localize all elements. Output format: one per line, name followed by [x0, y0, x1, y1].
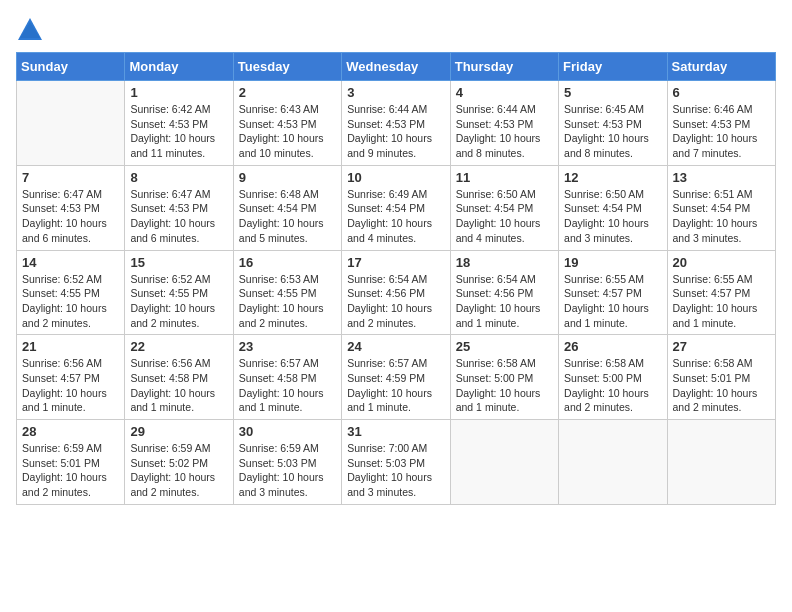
day-number: 17: [347, 255, 444, 270]
day-info: Sunrise: 6:43 AM Sunset: 4:53 PM Dayligh…: [239, 102, 336, 161]
day-number: 27: [673, 339, 770, 354]
calendar-cell: 4Sunrise: 6:44 AM Sunset: 4:53 PM Daylig…: [450, 81, 558, 166]
day-info: Sunrise: 6:56 AM Sunset: 4:57 PM Dayligh…: [22, 356, 119, 415]
day-info: Sunrise: 6:52 AM Sunset: 4:55 PM Dayligh…: [130, 272, 227, 331]
day-info: Sunrise: 6:56 AM Sunset: 4:58 PM Dayligh…: [130, 356, 227, 415]
calendar-header-thursday: Thursday: [450, 53, 558, 81]
calendar-cell: 22Sunrise: 6:56 AM Sunset: 4:58 PM Dayli…: [125, 335, 233, 420]
day-info: Sunrise: 6:44 AM Sunset: 4:53 PM Dayligh…: [347, 102, 444, 161]
calendar-header-saturday: Saturday: [667, 53, 775, 81]
calendar-cell: 13Sunrise: 6:51 AM Sunset: 4:54 PM Dayli…: [667, 165, 775, 250]
day-info: Sunrise: 6:53 AM Sunset: 4:55 PM Dayligh…: [239, 272, 336, 331]
calendar-cell: 23Sunrise: 6:57 AM Sunset: 4:58 PM Dayli…: [233, 335, 341, 420]
day-number: 2: [239, 85, 336, 100]
day-number: 28: [22, 424, 119, 439]
day-info: Sunrise: 6:58 AM Sunset: 5:00 PM Dayligh…: [456, 356, 553, 415]
day-number: 19: [564, 255, 661, 270]
calendar-cell: 8Sunrise: 6:47 AM Sunset: 4:53 PM Daylig…: [125, 165, 233, 250]
day-number: 18: [456, 255, 553, 270]
day-info: Sunrise: 6:52 AM Sunset: 4:55 PM Dayligh…: [22, 272, 119, 331]
day-info: Sunrise: 6:57 AM Sunset: 4:59 PM Dayligh…: [347, 356, 444, 415]
calendar-cell: 19Sunrise: 6:55 AM Sunset: 4:57 PM Dayli…: [559, 250, 667, 335]
calendar-cell: [559, 420, 667, 505]
day-info: Sunrise: 6:50 AM Sunset: 4:54 PM Dayligh…: [456, 187, 553, 246]
day-number: 24: [347, 339, 444, 354]
day-info: Sunrise: 6:47 AM Sunset: 4:53 PM Dayligh…: [22, 187, 119, 246]
calendar-cell: 5Sunrise: 6:45 AM Sunset: 4:53 PM Daylig…: [559, 81, 667, 166]
day-number: 10: [347, 170, 444, 185]
calendar-header-sunday: Sunday: [17, 53, 125, 81]
day-info: Sunrise: 6:58 AM Sunset: 5:00 PM Dayligh…: [564, 356, 661, 415]
calendar-cell: 3Sunrise: 6:44 AM Sunset: 4:53 PM Daylig…: [342, 81, 450, 166]
calendar-cell: 27Sunrise: 6:58 AM Sunset: 5:01 PM Dayli…: [667, 335, 775, 420]
day-number: 23: [239, 339, 336, 354]
day-info: Sunrise: 6:59 AM Sunset: 5:03 PM Dayligh…: [239, 441, 336, 500]
calendar-cell: 30Sunrise: 6:59 AM Sunset: 5:03 PM Dayli…: [233, 420, 341, 505]
calendar-cell: 16Sunrise: 6:53 AM Sunset: 4:55 PM Dayli…: [233, 250, 341, 335]
calendar-week-3: 14Sunrise: 6:52 AM Sunset: 4:55 PM Dayli…: [17, 250, 776, 335]
calendar-header-row: SundayMondayTuesdayWednesdayThursdayFrid…: [17, 53, 776, 81]
day-info: Sunrise: 7:00 AM Sunset: 5:03 PM Dayligh…: [347, 441, 444, 500]
day-number: 15: [130, 255, 227, 270]
day-info: Sunrise: 6:57 AM Sunset: 4:58 PM Dayligh…: [239, 356, 336, 415]
calendar-cell: 29Sunrise: 6:59 AM Sunset: 5:02 PM Dayli…: [125, 420, 233, 505]
day-number: 12: [564, 170, 661, 185]
day-number: 26: [564, 339, 661, 354]
day-info: Sunrise: 6:45 AM Sunset: 4:53 PM Dayligh…: [564, 102, 661, 161]
day-number: 29: [130, 424, 227, 439]
day-number: 30: [239, 424, 336, 439]
day-number: 25: [456, 339, 553, 354]
calendar-cell: 7Sunrise: 6:47 AM Sunset: 4:53 PM Daylig…: [17, 165, 125, 250]
calendar-cell: 2Sunrise: 6:43 AM Sunset: 4:53 PM Daylig…: [233, 81, 341, 166]
day-info: Sunrise: 6:54 AM Sunset: 4:56 PM Dayligh…: [456, 272, 553, 331]
calendar-cell: 24Sunrise: 6:57 AM Sunset: 4:59 PM Dayli…: [342, 335, 450, 420]
day-number: 7: [22, 170, 119, 185]
day-number: 9: [239, 170, 336, 185]
calendar-cell: 21Sunrise: 6:56 AM Sunset: 4:57 PM Dayli…: [17, 335, 125, 420]
calendar-header-tuesday: Tuesday: [233, 53, 341, 81]
calendar-cell: 25Sunrise: 6:58 AM Sunset: 5:00 PM Dayli…: [450, 335, 558, 420]
calendar-cell: 14Sunrise: 6:52 AM Sunset: 4:55 PM Dayli…: [17, 250, 125, 335]
page-header: [16, 16, 776, 44]
day-info: Sunrise: 6:47 AM Sunset: 4:53 PM Dayligh…: [130, 187, 227, 246]
calendar-week-1: 1Sunrise: 6:42 AM Sunset: 4:53 PM Daylig…: [17, 81, 776, 166]
day-info: Sunrise: 6:48 AM Sunset: 4:54 PM Dayligh…: [239, 187, 336, 246]
logo-icon: [16, 16, 44, 44]
day-number: 6: [673, 85, 770, 100]
calendar-cell: 9Sunrise: 6:48 AM Sunset: 4:54 PM Daylig…: [233, 165, 341, 250]
calendar-cell: 6Sunrise: 6:46 AM Sunset: 4:53 PM Daylig…: [667, 81, 775, 166]
calendar-week-5: 28Sunrise: 6:59 AM Sunset: 5:01 PM Dayli…: [17, 420, 776, 505]
calendar-cell: [667, 420, 775, 505]
calendar-header-wednesday: Wednesday: [342, 53, 450, 81]
day-number: 21: [22, 339, 119, 354]
day-info: Sunrise: 6:42 AM Sunset: 4:53 PM Dayligh…: [130, 102, 227, 161]
calendar-cell: 1Sunrise: 6:42 AM Sunset: 4:53 PM Daylig…: [125, 81, 233, 166]
calendar: SundayMondayTuesdayWednesdayThursdayFrid…: [16, 52, 776, 505]
day-number: 22: [130, 339, 227, 354]
day-number: 1: [130, 85, 227, 100]
day-info: Sunrise: 6:46 AM Sunset: 4:53 PM Dayligh…: [673, 102, 770, 161]
day-info: Sunrise: 6:58 AM Sunset: 5:01 PM Dayligh…: [673, 356, 770, 415]
calendar-week-4: 21Sunrise: 6:56 AM Sunset: 4:57 PM Dayli…: [17, 335, 776, 420]
day-number: 13: [673, 170, 770, 185]
calendar-cell: 17Sunrise: 6:54 AM Sunset: 4:56 PM Dayli…: [342, 250, 450, 335]
day-info: Sunrise: 6:51 AM Sunset: 4:54 PM Dayligh…: [673, 187, 770, 246]
day-number: 20: [673, 255, 770, 270]
day-info: Sunrise: 6:59 AM Sunset: 5:01 PM Dayligh…: [22, 441, 119, 500]
day-number: 4: [456, 85, 553, 100]
calendar-cell: 28Sunrise: 6:59 AM Sunset: 5:01 PM Dayli…: [17, 420, 125, 505]
day-info: Sunrise: 6:55 AM Sunset: 4:57 PM Dayligh…: [673, 272, 770, 331]
day-number: 3: [347, 85, 444, 100]
day-number: 5: [564, 85, 661, 100]
day-number: 11: [456, 170, 553, 185]
svg-marker-1: [20, 22, 40, 38]
calendar-cell: 20Sunrise: 6:55 AM Sunset: 4:57 PM Dayli…: [667, 250, 775, 335]
day-info: Sunrise: 6:59 AM Sunset: 5:02 PM Dayligh…: [130, 441, 227, 500]
day-info: Sunrise: 6:49 AM Sunset: 4:54 PM Dayligh…: [347, 187, 444, 246]
calendar-cell: 11Sunrise: 6:50 AM Sunset: 4:54 PM Dayli…: [450, 165, 558, 250]
calendar-cell: 10Sunrise: 6:49 AM Sunset: 4:54 PM Dayli…: [342, 165, 450, 250]
day-info: Sunrise: 6:54 AM Sunset: 4:56 PM Dayligh…: [347, 272, 444, 331]
day-info: Sunrise: 6:50 AM Sunset: 4:54 PM Dayligh…: [564, 187, 661, 246]
calendar-cell: 31Sunrise: 7:00 AM Sunset: 5:03 PM Dayli…: [342, 420, 450, 505]
calendar-cell: 12Sunrise: 6:50 AM Sunset: 4:54 PM Dayli…: [559, 165, 667, 250]
